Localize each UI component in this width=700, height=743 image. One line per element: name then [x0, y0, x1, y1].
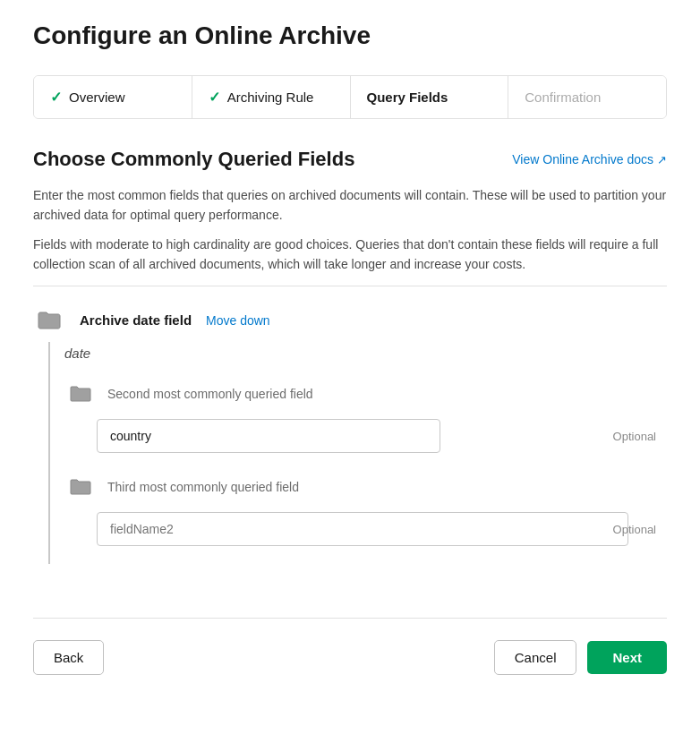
- description: Enter the most common fields that querie…: [33, 185, 667, 286]
- second-field-row: Second most commonly queried field: [64, 378, 667, 410]
- second-field-label: Second most commonly queried field: [107, 387, 313, 401]
- archive-date-label: Archive date field: [80, 312, 192, 328]
- step-query-fields[interactable]: Query Fields: [351, 76, 509, 118]
- archive-date-value: date: [64, 346, 90, 361]
- stepper: ✓ Overview ✓ Archiving Rule Query Fields…: [33, 75, 667, 119]
- step-archiving-rule-label: Archiving Rule: [227, 90, 314, 105]
- move-down-link[interactable]: Move down: [206, 313, 270, 328]
- archive-date-row: Archive date field Move down: [33, 304, 667, 337]
- third-field-group: Third most commonly queried field Option…: [64, 471, 667, 546]
- section-header: Choose Commonly Queried Fields View Onli…: [33, 148, 667, 171]
- folder-icon-third: [64, 471, 97, 503]
- third-field-input[interactable]: [97, 512, 628, 546]
- second-field-group: Second most commonly queried field Optio…: [64, 378, 667, 453]
- section-title: Choose Commonly Queried Fields: [33, 148, 354, 171]
- check-icon-archiving: ✓: [209, 89, 220, 106]
- third-field-label: Third most commonly queried field: [107, 480, 299, 494]
- description-paragraph-2: Fields with moderate to high cardinality…: [33, 235, 667, 275]
- fields-area: Archive date field Move down date: [33, 304, 667, 564]
- step-query-fields-label: Query Fields: [367, 90, 448, 105]
- cancel-button[interactable]: Cancel: [494, 640, 577, 675]
- folder-icon-archive: [33, 304, 65, 337]
- footer: Back Cancel Next: [33, 618, 667, 675]
- third-field-row: Third most commonly queried field: [64, 471, 667, 503]
- back-button[interactable]: Back: [33, 640, 104, 675]
- footer-right-buttons: Cancel Next: [494, 640, 667, 675]
- external-link-icon: ↗: [657, 153, 667, 167]
- step-overview-label: Overview: [69, 90, 125, 105]
- next-button[interactable]: Next: [587, 641, 667, 674]
- step-archiving-rule[interactable]: ✓ Archiving Rule: [192, 76, 351, 118]
- docs-link[interactable]: View Online Archive docs ↗: [512, 152, 667, 167]
- page-title: Configure an Online Archive: [33, 21, 667, 50]
- step-overview[interactable]: ✓ Overview: [34, 76, 192, 118]
- folder-icon-second: [64, 378, 97, 410]
- step-confirmation-label: Confirmation: [525, 90, 601, 105]
- second-field-input[interactable]: [97, 419, 440, 453]
- description-paragraph-1: Enter the most common fields that querie…: [33, 185, 667, 226]
- step-confirmation[interactable]: Confirmation: [508, 76, 666, 118]
- check-icon-overview: ✓: [50, 89, 62, 106]
- second-field-optional-label: Optional: [613, 429, 656, 442]
